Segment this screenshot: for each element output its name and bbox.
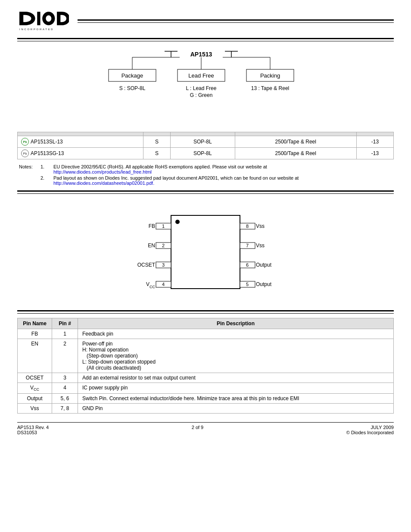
header-thick-line	[78, 19, 394, 21]
pin-desc-ocset: Add an external resistor to set max outp…	[78, 373, 394, 383]
packing-cell-1: -13	[356, 136, 393, 148]
part-name-1: AP1513SL-13	[31, 139, 63, 145]
svg-text:8: 8	[246, 224, 249, 229]
qty-cell-1: 2500/Tape & Reel	[235, 136, 356, 148]
diodes-logo: TM INCORPORATED	[17, 9, 69, 32]
pin-desc-divider-thick	[17, 310, 394, 311]
pin-table-section: Pin Name Pin # Pin Description FB 1 Feed…	[17, 318, 394, 414]
pin-config-divider	[17, 190, 394, 194]
pin-desc-fb: Feedback pin	[78, 329, 394, 339]
pin-config-divider-thin	[17, 193, 394, 194]
part-number-cell-2: Pb AP1513SG-13	[18, 148, 143, 159]
ordering-section: AP1513 Package L	[17, 48, 394, 186]
ordering-table-wrap: Pb AP1513SL-13 S SOP-8L 2500/Tape & Reel…	[17, 132, 394, 159]
svg-text:6: 6	[246, 262, 249, 268]
pin-name-output: Output	[18, 394, 52, 404]
pin-name-fb: FB	[18, 329, 52, 339]
note-link-2[interactable]: http://www.diodes.com/datasheets/ap02001…	[53, 180, 154, 186]
rohs-icon-gray-2: Pb	[21, 149, 29, 157]
pin-col-desc: Pin Description	[78, 318, 394, 329]
svg-text:AP1513: AP1513	[190, 51, 212, 58]
svg-text:3: 3	[162, 262, 165, 268]
pin-name-vcc: VCC	[18, 383, 52, 394]
part-name-2: AP1513SG-13	[31, 150, 64, 156]
table-row: Pb AP1513SG-13 S SOP-8L 2500/Tape & Reel…	[18, 148, 394, 159]
pin-num-vcc: 4	[52, 383, 78, 394]
pin-diagram-svg: FB 1 EN 2 OCSET 3 VCC 4	[115, 202, 296, 302]
pn-diagram-svg: AP1513 Package L	[85, 48, 326, 125]
ordering-divider-thin	[17, 41, 394, 41]
footer-right: JULY 2009 © Diodes Incorporated	[346, 425, 394, 435]
ordering-divider	[17, 38, 394, 41]
pin-name-vss: Vss	[18, 404, 52, 414]
notes-section: Notes: 1. EU Directive 2002/95/EC (RoHS)…	[17, 164, 394, 186]
footer-center: 2 of 9	[192, 425, 204, 435]
package-cell-1: SOP-8L	[170, 136, 235, 148]
svg-text:EN: EN	[148, 243, 155, 249]
col-header-code	[143, 132, 171, 136]
footer-left: AP1513 Rev. 4 DS31053	[17, 425, 49, 435]
header-lines	[73, 19, 394, 23]
pin-name-ocset: OCSET	[18, 373, 52, 383]
notes-row-2: 2. Pad layout as shown on Diodes Inc. su…	[17, 175, 394, 186]
pin-row-fb: FB 1 Feedback pin	[18, 329, 394, 339]
svg-text:Output: Output	[256, 262, 272, 268]
notes-header-row: Notes: 1. EU Directive 2002/95/EC (RoHS)…	[17, 164, 394, 175]
note-text-2: Pad layout as shown on Diodes Inc. sugge…	[52, 175, 394, 186]
footer-ds: DS31053	[17, 430, 49, 435]
package-code-cell-1: S	[143, 136, 171, 148]
svg-point-28	[175, 220, 180, 224]
header-thin-line	[78, 22, 394, 23]
col-header-partnumber	[18, 132, 143, 136]
logo-area: TM INCORPORATED	[17, 9, 73, 34]
note-text-1: EU Directive 2002/95/EC (RoHS). All appl…	[52, 164, 394, 175]
svg-text:4: 4	[162, 282, 165, 287]
svg-text:INCORPORATED: INCORPORATED	[19, 28, 54, 31]
svg-text:13 : Tape & Reel: 13 : Tape & Reel	[251, 85, 290, 91]
package-cell-2: SOP-8L	[170, 148, 235, 159]
notes-label: Notes:	[17, 164, 39, 175]
notes-label-empty	[17, 175, 39, 186]
qty-cell-2: 2500/Tape & Reel	[235, 148, 356, 159]
pin-num-ocset: 3	[52, 373, 78, 383]
pin-description-table: Pin Name Pin # Pin Description FB 1 Feed…	[17, 318, 394, 414]
svg-text:2: 2	[162, 243, 165, 248]
col-header-packing	[356, 132, 393, 136]
svg-text:L : Lead Free: L : Lead Free	[186, 85, 217, 91]
svg-text:OCSET: OCSET	[137, 262, 156, 268]
svg-text:7: 7	[246, 243, 249, 248]
pin-desc-en: Power-off pin H: Normal operation (Step-…	[78, 339, 394, 373]
pin-num-en: 2	[52, 339, 78, 373]
svg-text:Vss: Vss	[256, 223, 265, 229]
pin-desc-divider	[17, 310, 394, 314]
rohs-icon-green-1: Pb	[21, 138, 29, 146]
pin-row-output: Output 5, 6 Switch Pin. Connect external…	[18, 394, 394, 404]
footer-copyright: © Diodes Incorporated	[346, 430, 394, 435]
pin-desc-output: Switch Pin. Connect external inductor/di…	[78, 394, 394, 404]
part-number-cell-1: Pb AP1513SL-13	[18, 136, 143, 148]
svg-text:Output: Output	[256, 281, 272, 287]
svg-text:VCC: VCC	[146, 281, 156, 289]
pin-name-en: EN	[18, 339, 52, 373]
pin-num-output: 5, 6	[52, 394, 78, 404]
svg-text:Package: Package	[121, 72, 143, 79]
pin-num-fb: 1	[52, 329, 78, 339]
svg-rect-0	[37, 12, 40, 25]
page: TM INCORPORATED AP1513	[0, 0, 411, 444]
packing-cell-2: -13	[356, 148, 393, 159]
table-row: Pb AP1513SL-13 S SOP-8L 2500/Tape & Reel…	[18, 136, 394, 148]
pin-desc-vss: GND Pin	[78, 404, 394, 414]
svg-text:G : Green: G : Green	[190, 92, 213, 98]
page-header: TM INCORPORATED	[17, 9, 394, 34]
pin-desc-vcc: IC power supply pin	[78, 383, 394, 394]
ordering-table: Pb AP1513SL-13 S SOP-8L 2500/Tape & Reel…	[17, 132, 394, 159]
pin-num-vss: 7, 8	[52, 404, 78, 414]
note-link-1[interactable]: http://www.diodes.com/products/lead_free…	[53, 169, 152, 174]
svg-text:5: 5	[246, 282, 249, 287]
pin-desc-divider-thin	[17, 313, 394, 314]
svg-text:S : SOP-8L: S : SOP-8L	[119, 85, 146, 91]
pin-col-num: Pin #	[52, 318, 78, 329]
pin-row-en: EN 2 Power-off pin H: Normal operation (…	[18, 339, 394, 373]
pin-diagram-section: FB 1 EN 2 OCSET 3 VCC 4	[17, 202, 394, 302]
note-num-2: 2.	[39, 175, 52, 186]
